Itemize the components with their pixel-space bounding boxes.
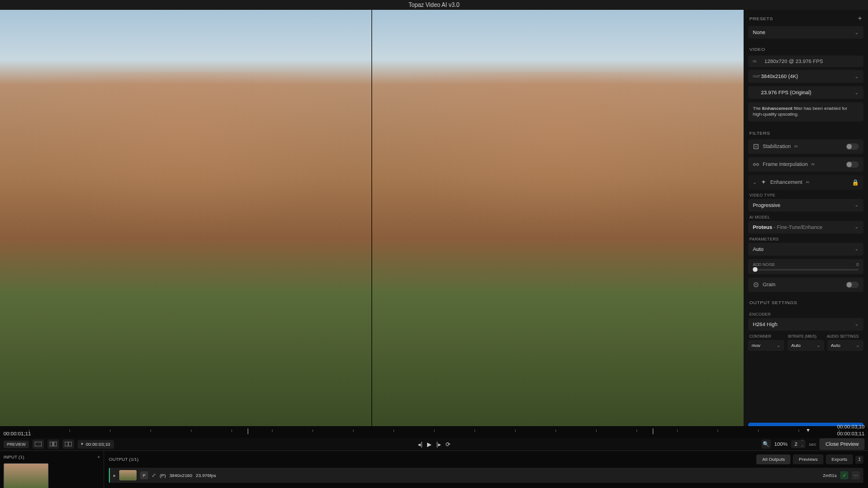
preset-value: None bbox=[753, 29, 766, 35]
grain-toggle[interactable] bbox=[846, 282, 859, 288]
output-settings-header: OUTPUT SETTINGS bbox=[744, 295, 868, 309]
chevron-down-icon: ⌄ bbox=[816, 343, 821, 348]
presets-header: PRESETS + bbox=[744, 10, 868, 26]
add-noise-slider-row[interactable]: ADD NOISE 0 bbox=[748, 259, 863, 274]
preset-dropdown[interactable]: None ⌄ bbox=[748, 26, 863, 39]
svg-point-1 bbox=[756, 146, 757, 147]
preview-p-badge: P bbox=[140, 471, 148, 479]
presets-title: PRESETS bbox=[749, 16, 773, 21]
chevron-right-icon[interactable]: ▸ bbox=[113, 473, 116, 478]
add-preset-icon[interactable]: + bbox=[858, 14, 862, 23]
upscale-arrows-icon: ⤢ bbox=[152, 472, 156, 478]
preview-original-pane[interactable] bbox=[0, 10, 372, 426]
more-icon[interactable]: ⋯ bbox=[852, 471, 860, 479]
bitrate-label: BITRATE (MB/S) bbox=[788, 334, 823, 338]
step-forward-icon[interactable]: |▸ bbox=[436, 441, 441, 448]
timeline-in-bracket[interactable] bbox=[248, 428, 248, 434]
frame-interpolation-icon bbox=[753, 161, 759, 168]
video-out-fps-dropdown[interactable]: 23.976 FPS (Original) ⌄ bbox=[748, 86, 863, 99]
video-out-fps: 23.976 FPS (Original) bbox=[761, 90, 855, 95]
timeline-tick bbox=[434, 430, 435, 432]
timeline-tick bbox=[69, 430, 70, 432]
encoder-dropdown[interactable]: H264 High ⌄ bbox=[748, 318, 863, 331]
timeline-out-bracket[interactable] bbox=[653, 428, 653, 434]
loop-icon[interactable]: ⟳ bbox=[446, 441, 450, 448]
video-out-res-dropdown[interactable]: OUT 3840x2160 (4K) ⌄ bbox=[748, 70, 863, 83]
timeline-tick bbox=[475, 430, 475, 432]
frame-interpolation-filter[interactable]: Frame Interpolation AI bbox=[748, 157, 863, 172]
video-type-dropdown[interactable]: Progressive ⌄ bbox=[748, 199, 863, 212]
timeline-tick bbox=[515, 430, 516, 432]
ai-badge: AI bbox=[806, 180, 810, 184]
timeline-tick bbox=[758, 430, 759, 432]
frame-interp-toggle[interactable] bbox=[846, 161, 859, 168]
output-item[interactable]: ▸ P ⤢ (P) 3840x2160 23.976fps 2m51s ✓ ⋯ bbox=[109, 468, 863, 483]
timeline-tick bbox=[718, 430, 718, 432]
right-sidebar: PRESETS + None ⌄ VIDEO IN 1280x720 @ 23.… bbox=[744, 10, 868, 426]
timeline-tick bbox=[799, 430, 799, 432]
encoder-value: H264 High bbox=[753, 321, 778, 327]
step-back-icon[interactable]: ◂| bbox=[418, 441, 422, 448]
timeline-tick bbox=[677, 430, 678, 432]
filters-header: FILTERS bbox=[744, 126, 868, 139]
timeline-tick bbox=[231, 430, 232, 432]
timeline[interactable]: 00:00:01;11 00:00:03;10 00:00:03;11 ▾ bbox=[0, 426, 868, 438]
ai-model-dropdown[interactable]: Proteus - Fine-Tune/Enhance ⌄ bbox=[748, 221, 863, 234]
output-resolution: 3840x2160 bbox=[170, 473, 193, 478]
audio-dropdown[interactable]: Auto⌄ bbox=[827, 340, 863, 351]
bitrate-dropdown[interactable]: Auto⌄ bbox=[788, 340, 823, 351]
add-noise-slider[interactable] bbox=[753, 269, 859, 271]
view-split-icon[interactable] bbox=[47, 439, 59, 449]
input-thumbnail[interactable] bbox=[3, 463, 49, 488]
timeline-tick bbox=[393, 430, 394, 432]
grain-filter[interactable]: Grain bbox=[748, 278, 863, 292]
frame-interp-label: Frame Interpolation bbox=[763, 161, 808, 167]
output-settings-title: OUTPUT SETTINGS bbox=[749, 300, 797, 305]
timeline-tick bbox=[312, 430, 313, 432]
timeline-tick bbox=[637, 430, 637, 432]
grain-icon bbox=[753, 282, 759, 288]
stabilization-filter[interactable]: Stabilization AI bbox=[748, 139, 863, 154]
enhancement-filter-header[interactable]: ⌄ Enhancement AI 🔒 bbox=[748, 175, 863, 190]
zoom-value[interactable]: 100% bbox=[774, 441, 788, 447]
ai-badge: AI bbox=[795, 145, 798, 148]
video-in-row: IN 1280x720 @ 23.976 FPS bbox=[748, 56, 863, 67]
video-type-label: VIDEO TYPE bbox=[749, 193, 862, 197]
zoom-out-icon[interactable]: 🔍 bbox=[762, 439, 771, 449]
chevron-down-icon: ⌄ bbox=[855, 321, 859, 327]
add-input-icon[interactable]: + bbox=[97, 454, 100, 460]
check-icon[interactable]: ✓ bbox=[840, 471, 848, 479]
chevron-down-icon: ⌄ bbox=[856, 343, 860, 348]
ai-model-label: AI MODEL bbox=[749, 215, 862, 219]
title-bar: Topaz Video AI v3.0 bbox=[0, 0, 868, 10]
timecode-display[interactable]: ▾ 00:00:03;10 bbox=[78, 440, 113, 449]
stabilization-toggle[interactable] bbox=[846, 143, 859, 150]
output-expand-icon[interactable]: ↥ bbox=[855, 456, 863, 464]
timeline-tick bbox=[191, 430, 192, 432]
close-preview-button[interactable]: Close Preview bbox=[819, 438, 865, 450]
tab-all-outputs[interactable]: All Outputs bbox=[756, 454, 790, 464]
ai-model-name: Proteus bbox=[753, 224, 773, 230]
preview-seconds-input[interactable]: 2 bbox=[791, 440, 806, 448]
container-dropdown[interactable]: mov⌄ bbox=[748, 340, 784, 351]
ai-model-desc: - Fine-Tune/Enhance bbox=[773, 224, 823, 230]
play-icon[interactable]: ▶ bbox=[427, 441, 432, 448]
input-header: INPUT (1) bbox=[3, 454, 24, 460]
tab-exports[interactable]: Exports bbox=[826, 454, 853, 464]
parameters-dropdown[interactable]: Auto ⌄ bbox=[748, 243, 863, 256]
stabilization-label: Stabilization bbox=[763, 143, 791, 149]
parameters-label: PARAMETERS bbox=[749, 237, 862, 241]
timeline-tick bbox=[596, 430, 597, 432]
timeline-tick bbox=[150, 430, 151, 432]
preview-processed-pane[interactable] bbox=[372, 10, 744, 426]
timeline-track[interactable]: ▾ bbox=[29, 428, 839, 434]
lock-icon: 🔒 bbox=[852, 179, 859, 186]
view-side-icon[interactable] bbox=[62, 439, 74, 449]
timeline-playhead-icon[interactable]: ▾ bbox=[807, 427, 810, 433]
tab-previews[interactable]: Previews bbox=[793, 454, 823, 464]
view-single-icon[interactable] bbox=[32, 439, 44, 449]
chevron-down-icon: ⌄ bbox=[855, 224, 859, 230]
sec-label: sec bbox=[809, 442, 816, 447]
preview-badge[interactable]: PREVIEW bbox=[3, 441, 29, 448]
svg-point-2 bbox=[753, 163, 756, 165]
